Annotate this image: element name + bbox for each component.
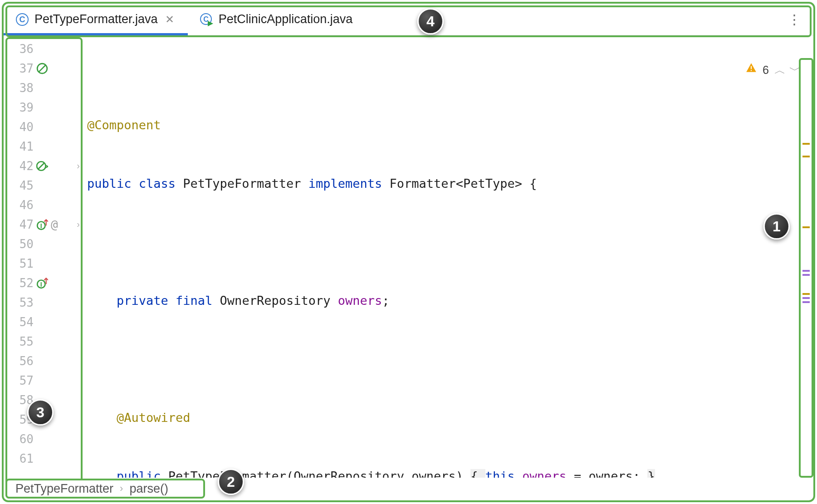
line-number: 39 — [7, 101, 34, 114]
gutter-line[interactable]: 37 — [7, 59, 81, 78]
gutter-line[interactable]: 60 — [7, 429, 81, 449]
svg-line-6 — [39, 65, 45, 72]
gutter-line[interactable]: 50 — [7, 234, 81, 254]
svg-text:C: C — [20, 15, 25, 24]
gutter-line[interactable]: 38 — [7, 78, 81, 98]
close-icon[interactable]: ✕ — [163, 13, 176, 26]
gutter-line[interactable]: 57 — [7, 371, 81, 390]
gutter-line[interactable]: 53 — [7, 293, 81, 312]
run-class-icon: C — [200, 13, 213, 26]
line-number: 50 — [7, 237, 34, 251]
callout-1: 1 — [763, 213, 790, 240]
stripe-mark[interactable] — [802, 301, 810, 303]
tab-pettypeformatter[interactable]: C PetTypeFormatter.java ✕ — [4, 4, 188, 35]
implements-icon[interactable]: I — [36, 219, 48, 230]
line-number: 55 — [7, 335, 34, 348]
svg-text:I: I — [40, 280, 42, 288]
gutter-line[interactable]: 47›I@ — [7, 215, 81, 234]
chevron-up-icon[interactable]: ︿ — [774, 60, 786, 80]
stripe-mark[interactable] — [802, 274, 810, 276]
line-number: 56 — [7, 354, 34, 368]
gutter-line[interactable]: 39 — [7, 98, 81, 117]
stripe-mark[interactable] — [802, 156, 810, 157]
tab-label: PetTypeFormatter.java — [34, 12, 158, 26]
stripe-mark[interactable] — [802, 297, 810, 299]
annotation-gutter-icon: @ — [51, 218, 58, 231]
line-number: 47 — [7, 218, 34, 231]
line-number: 46 — [7, 198, 34, 212]
line-number: 36 — [7, 42, 34, 56]
line-number: 52 — [7, 276, 34, 290]
stripe-mark[interactable] — [802, 293, 810, 295]
error-stripe[interactable] — [799, 58, 813, 478]
breadcrumb-class[interactable]: PetTypeFormatter — [15, 482, 113, 496]
line-number: 41 — [7, 140, 34, 153]
line-number: 45 — [7, 179, 34, 192]
implements-icon[interactable]: I — [36, 277, 48, 289]
fold-icon[interactable]: › — [77, 161, 80, 171]
gutter-line[interactable]: 51 — [7, 254, 81, 273]
svg-text:I: I — [40, 222, 42, 229]
line-number: 38 — [7, 81, 34, 95]
svg-line-8 — [38, 163, 44, 169]
breadcrumb-method[interactable]: parse() — [129, 482, 168, 496]
fold-icon[interactable]: › — [77, 219, 80, 230]
line-number: 42 — [7, 159, 34, 173]
editor-gutter[interactable]: 36373839404142›454647›I@505152I535455565… — [5, 37, 83, 499]
navigate-icon[interactable] — [36, 160, 48, 172]
gutter-line[interactable]: 54 — [7, 312, 81, 332]
line-number: 40 — [7, 120, 34, 134]
line-number: 54 — [7, 315, 34, 329]
callout-4: 4 — [417, 8, 444, 34]
stripe-mark[interactable] — [802, 143, 810, 145]
gutter-line[interactable]: 46 — [7, 195, 81, 215]
gutter-line[interactable]: 40 — [7, 117, 81, 137]
warning-icon — [714, 41, 757, 99]
gutter-line[interactable]: 52I — [7, 273, 81, 293]
svg-rect-14 — [751, 70, 752, 71]
line-number: 51 — [7, 257, 34, 270]
gutter-line[interactable]: 42› — [7, 156, 81, 176]
code-annotation: @Component — [87, 118, 161, 132]
no-entry-icon — [36, 63, 48, 74]
callout-2: 2 — [218, 469, 244, 495]
gutter-line[interactable]: 56 — [7, 351, 81, 371]
editor-main: 36373839404142›454647›I@505152I535455565… — [4, 35, 813, 500]
tab-label: PetClinicApplication.java — [219, 12, 353, 26]
breadcrumb[interactable]: PetTypeFormatter › parse() — [5, 479, 205, 499]
line-number: 37 — [7, 62, 34, 75]
gutter-line[interactable]: 41 — [7, 137, 81, 156]
warning-count: 6 — [763, 60, 769, 80]
class-icon: C — [15, 13, 29, 26]
line-number: 61 — [7, 452, 34, 465]
more-vertical-icon[interactable]: ⋮ — [788, 11, 800, 27]
line-number: 57 — [7, 374, 34, 387]
gutter-line[interactable]: 61 — [7, 449, 81, 468]
editor-code-area[interactable]: 6 ︿ ﹀ @Component public class PetTypeFor… — [84, 37, 812, 478]
stripe-mark[interactable] — [802, 226, 810, 228]
chevron-right-icon: › — [120, 483, 123, 494]
line-number: 60 — [7, 432, 34, 446]
tab-petclinicapplication[interactable]: C PetClinicApplication.java — [188, 4, 365, 35]
stripe-mark[interactable] — [802, 270, 810, 272]
line-number: 53 — [7, 296, 34, 309]
svg-rect-13 — [751, 66, 752, 69]
callout-3: 3 — [27, 399, 54, 426]
gutter-line[interactable]: 45 — [7, 176, 81, 195]
inspection-widget[interactable]: 6 ︿ ﹀ — [714, 41, 801, 99]
editor-tab-bar: C PetTypeFormatter.java ✕ C PetClinicApp… — [4, 4, 813, 35]
gutter-line[interactable]: 36 — [7, 39, 81, 59]
gutter-line[interactable]: 55 — [7, 332, 81, 351]
